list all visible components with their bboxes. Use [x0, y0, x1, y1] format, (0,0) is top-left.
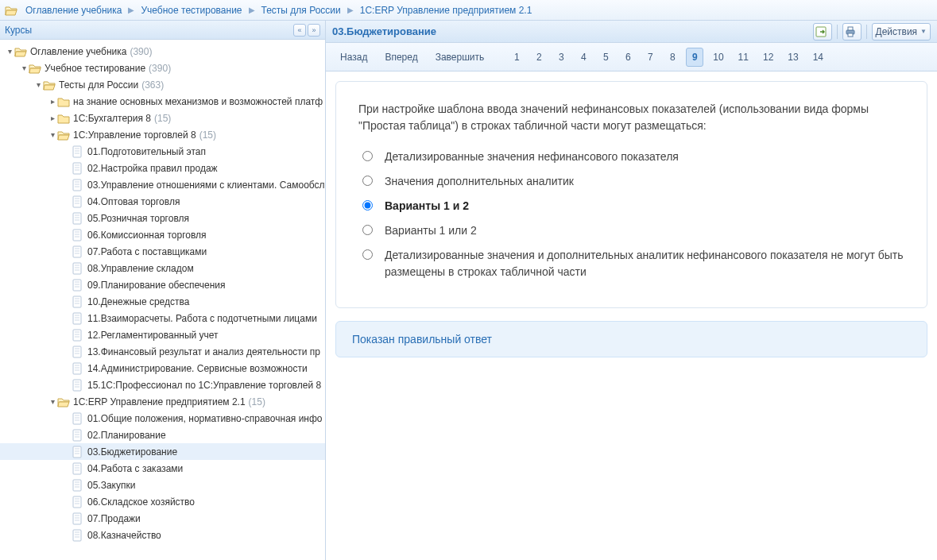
- tree-node-count: (390): [149, 63, 171, 74]
- pager-page[interactable]: 14: [808, 48, 828, 66]
- sidebar-title: Курсы: [5, 25, 32, 36]
- tree-branch[interactable]: ▸на знание основных механизмов и возможн…: [0, 93, 325, 110]
- tree-branch[interactable]: ▾1С:ERP Управление предприятием 2.1 (15): [0, 393, 325, 410]
- page-icon: [72, 512, 84, 525]
- tree-leaf[interactable]: 01.Общие положения, нормативно-справочна…: [0, 410, 325, 427]
- answer-option[interactable]: Значения дополнительных аналитик: [358, 173, 904, 190]
- tree-node-label: 07.Продажи: [87, 513, 141, 524]
- folder-open-icon: [57, 129, 70, 141]
- pager-page[interactable]: 7: [641, 48, 659, 66]
- tree-node-label: 02.Настройка правил продаж: [87, 163, 218, 174]
- tree-leaf[interactable]: 06.Комиссионная торговля: [0, 226, 325, 243]
- print-button[interactable]: [842, 23, 861, 41]
- actions-menu-button[interactable]: Действия ▼: [872, 23, 931, 41]
- tree-branch[interactable]: ▾Учебное тестирование (390): [0, 60, 325, 76]
- print-icon: [844, 25, 857, 38]
- tree-leaf[interactable]: 09.Планирование обеспечения: [0, 276, 325, 293]
- pager-page[interactable]: 3: [552, 48, 570, 66]
- tree-node-label: 06.Складское хозяйство: [87, 496, 195, 508]
- export-button[interactable]: [813, 23, 832, 41]
- tree-leaf[interactable]: 15.1С:Профессионал по 1С:Управление торг…: [0, 377, 325, 393]
- tree-leaf[interactable]: 05.Розничная торговля: [0, 210, 325, 226]
- sidebar-expand-button[interactable]: »: [308, 24, 320, 37]
- collapse-icon[interactable]: ▾: [48, 130, 57, 139]
- breadcrumb-item[interactable]: Тесты для России: [261, 5, 341, 16]
- pager-page[interactable]: 13: [783, 48, 803, 66]
- tree-leaf[interactable]: 11.Взаиморасчеты. Работа с подотчетными …: [0, 310, 325, 326]
- page-icon: [72, 346, 84, 358]
- answer-radio[interactable]: [362, 151, 373, 161]
- tree-node-label: 05.Розничная торговля: [87, 213, 189, 224]
- tree-branch[interactable]: ▾Тесты для России (363): [0, 76, 325, 93]
- breadcrumb-separator-icon: ▶: [128, 6, 134, 14]
- tree-branch[interactable]: ▾Оглавление учебника (390): [0, 43, 325, 60]
- breadcrumb-item[interactable]: Оглавление учебника: [25, 5, 122, 16]
- tree-leaf[interactable]: 04.Оптовая торговля: [0, 193, 325, 210]
- pager-page[interactable]: 12: [758, 48, 778, 66]
- pager-page[interactable]: 9: [686, 48, 703, 67]
- answer-option[interactable]: Варианты 1 или 2: [358, 222, 904, 239]
- collapse-icon[interactable]: ▾: [19, 64, 29, 72]
- collapse-icon[interactable]: ▾: [5, 47, 14, 56]
- sidebar-collapse-button[interactable]: «: [293, 24, 306, 37]
- tree-leaf[interactable]: 02.Настройка правил продаж: [0, 160, 325, 176]
- pager-back[interactable]: Назад: [334, 48, 374, 66]
- page-icon: [72, 195, 84, 208]
- sidebar: Курсы « » ▾Оглавление учебника (390)▾Уче…: [0, 21, 326, 560]
- breadcrumb-item[interactable]: 1С:ERP Управление предприятием 2.1: [360, 5, 532, 16]
- tree-leaf[interactable]: 03.Управление отношениями с клиентами. С…: [0, 176, 325, 193]
- tree-leaf[interactable]: 04.Работа с заказами: [0, 460, 325, 477]
- answer-radio[interactable]: [362, 225, 373, 235]
- page-icon: [72, 329, 84, 342]
- tree-leaf[interactable]: 06.Складское хозяйство: [0, 493, 325, 510]
- tree-leaf[interactable]: 03.Бюджетирование: [0, 443, 325, 460]
- tree-node-label: 10.Денежные средства: [87, 296, 189, 307]
- page-icon: [72, 362, 84, 375]
- tree-node-count: (363): [141, 79, 164, 91]
- tree-leaf[interactable]: 02.Планирование: [0, 427, 325, 443]
- tree-leaf[interactable]: 07.Работа с поставщиками: [0, 243, 325, 260]
- pager-forward[interactable]: Вперед: [378, 48, 424, 66]
- export-icon: [815, 25, 827, 38]
- tree-leaf[interactable]: 10.Денежные средства: [0, 293, 325, 310]
- chevron-down-icon: ▼: [920, 28, 927, 35]
- expand-icon[interactable]: ▸: [48, 97, 57, 106]
- tree-leaf[interactable]: 12.Регламентированный учет: [0, 326, 325, 343]
- answer-radio[interactable]: [362, 249, 373, 260]
- pager-page[interactable]: 8: [664, 48, 681, 66]
- tree-leaf[interactable]: 08.Управление складом: [0, 260, 325, 276]
- answer-option[interactable]: Детализированные значения и дополнительн…: [358, 247, 904, 280]
- answer-radio[interactable]: [362, 200, 373, 210]
- tree-leaf[interactable]: 13.Финансовый результат и анализ деятель…: [0, 343, 325, 360]
- pager-page[interactable]: 5: [597, 48, 614, 66]
- tree-leaf[interactable]: 08.Казначейство: [0, 527, 325, 543]
- tree-branch[interactable]: ▸1С:Бухгалтерия 8 (15): [0, 110, 325, 126]
- tree-leaf[interactable]: 01.Подготовительный этап: [0, 143, 325, 160]
- answer-label: Детализированные значения и дополнительн…: [385, 247, 904, 280]
- tree-branch[interactable]: ▾1С:Управление торговлей 8 (15): [0, 126, 325, 143]
- tree-leaf[interactable]: 05.Закупки: [0, 477, 325, 493]
- pager-page[interactable]: 10: [708, 48, 728, 66]
- tree-node-label: 03.Бюджетирование: [87, 446, 177, 458]
- pager-page[interactable]: 6: [619, 48, 637, 66]
- pager-page[interactable]: 2: [530, 48, 548, 66]
- answer-option[interactable]: Варианты 1 и 2: [358, 198, 904, 214]
- expand-icon[interactable]: ▸: [48, 114, 57, 122]
- answer-radio[interactable]: [362, 176, 373, 186]
- tree-leaf[interactable]: 14.Администрирование. Сервисные возможно…: [0, 360, 325, 377]
- pager-page[interactable]: 11: [734, 48, 753, 66]
- folder-open-icon: [29, 62, 41, 75]
- pager-page[interactable]: 1: [508, 48, 525, 66]
- page-icon: [72, 496, 84, 508]
- answer-option[interactable]: Детализированные значения нефинансового …: [358, 149, 904, 165]
- tree-node-label: 06.Комиссионная торговля: [87, 230, 207, 241]
- tree-leaf[interactable]: 07.Продажи: [0, 510, 325, 527]
- collapse-icon[interactable]: ▾: [48, 397, 57, 406]
- collapse-icon[interactable]: ▾: [33, 80, 43, 89]
- pager-page[interactable]: 4: [575, 48, 592, 66]
- course-tree: ▾Оглавление учебника (390)▾Учебное тести…: [0, 40, 325, 560]
- tree-node-count: (15): [249, 396, 265, 407]
- answer-label: Детализированные значения нефинансового …: [385, 149, 679, 165]
- pager-finish[interactable]: Завершить: [429, 48, 491, 66]
- breadcrumb-item[interactable]: Учебное тестирование: [141, 5, 242, 16]
